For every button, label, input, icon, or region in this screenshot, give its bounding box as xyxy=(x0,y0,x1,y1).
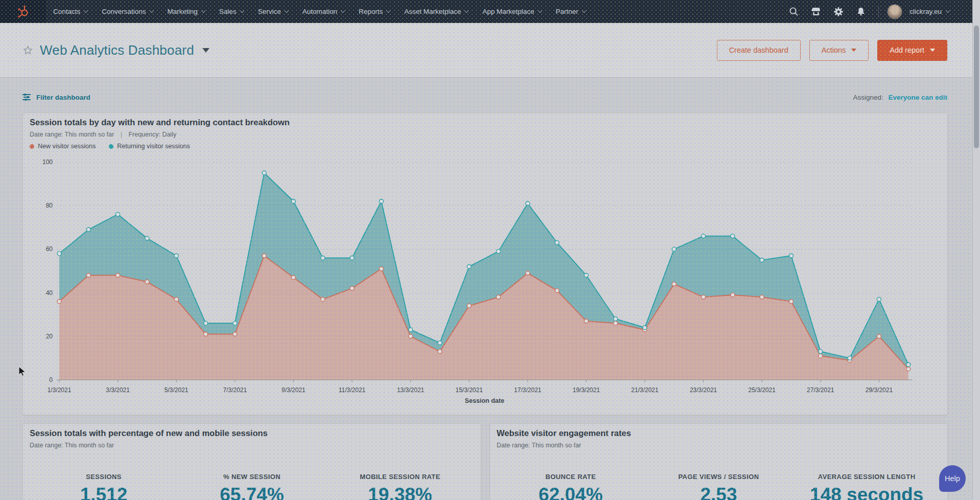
metric: AVERAGE SESSION LENGTH148 seconds xyxy=(792,473,941,500)
create-dashboard-label: Create dashboard xyxy=(729,46,788,54)
frequency-value: Daily xyxy=(162,131,176,138)
user-avatar[interactable] xyxy=(887,4,902,19)
chevron-down-icon xyxy=(538,8,542,12)
date-range-value: This month so far xyxy=(65,442,114,449)
assigned-label: Assigned: xyxy=(853,94,883,101)
add-report-button[interactable]: Add report xyxy=(877,40,947,61)
page-scrollbar[interactable] xyxy=(972,0,980,500)
nav-item-label: App Marketplace xyxy=(482,8,534,15)
actions-button[interactable]: Actions xyxy=(809,40,869,61)
chevron-down-icon xyxy=(201,8,205,12)
nav-item-label: Marketing xyxy=(168,8,198,15)
legend-item[interactable]: New visitor sessions xyxy=(30,143,96,150)
legend-item[interactable]: Returning visitor sessions xyxy=(109,143,190,150)
filter-dashboard-label: Filter dashboard xyxy=(36,94,90,101)
nav-item-sales[interactable]: Sales xyxy=(212,0,251,23)
header-actions: Create dashboard Actions Add report xyxy=(717,40,947,61)
nav-item-label: Sales xyxy=(219,8,237,15)
dashboard-toolbar: Filter dashboard Assigned: Everyone can … xyxy=(22,91,947,103)
nav-item-label: Automation xyxy=(302,8,337,15)
chevron-down-icon xyxy=(582,8,586,12)
metric-label: PAGE VIEWS / SESSION xyxy=(645,473,793,481)
svg-text:20: 20 xyxy=(46,333,53,340)
metric-label: SESSIONS xyxy=(30,473,178,481)
svg-text:100: 100 xyxy=(42,158,53,166)
metric-value: 19.38% xyxy=(326,484,474,500)
svg-text:Session date: Session date xyxy=(465,397,504,404)
frequency-label: Frequency: xyxy=(128,131,160,138)
session-totals-card: Session totals with percentage of new an… xyxy=(22,423,481,500)
nav-item-label: Contacts xyxy=(53,8,80,15)
svg-text:9/3/2021: 9/3/2021 xyxy=(282,387,306,394)
svg-text:7/3/2021: 7/3/2021 xyxy=(223,387,247,394)
card-title: Session totals with percentage of new an… xyxy=(30,428,474,438)
chevron-down-icon xyxy=(341,8,345,12)
marketplace-icon[interactable] xyxy=(807,3,825,21)
nav-item-label: Conversations xyxy=(102,8,146,15)
search-icon[interactable] xyxy=(784,3,803,21)
card-subtitle: Date range: This month so far xyxy=(497,442,941,449)
metric-value: 148 seconds xyxy=(792,484,941,500)
metric-value: 65.74% xyxy=(178,484,326,500)
nav-item-label: Reports xyxy=(359,8,383,15)
nav-right-tools: clickray.eu xyxy=(784,3,980,21)
date-range-label: Date range: xyxy=(30,442,63,449)
svg-text:21/3/2021: 21/3/2021 xyxy=(631,387,659,394)
date-range-value: This month so far xyxy=(65,131,114,138)
assigned-value-link[interactable]: Everyone can edit xyxy=(888,94,947,101)
svg-text:60: 60 xyxy=(46,245,53,253)
hubspot-logo[interactable] xyxy=(0,0,46,23)
dashboard-switcher-caret[interactable] xyxy=(202,48,209,53)
nav-item-service[interactable]: Service xyxy=(251,0,295,23)
nav-item-contacts[interactable]: Contacts xyxy=(46,0,95,23)
metric: BOUNCE RATE62.04% xyxy=(497,473,645,500)
metric: MOBILE SESSION RATE19.38% xyxy=(326,473,474,500)
svg-text:29/3/2021: 29/3/2021 xyxy=(866,387,893,394)
metrics-row: BOUNCE RATE62.04%PAGE VIEWS / SESSION2.5… xyxy=(497,473,941,500)
metric-label: % NEW SESSION xyxy=(178,473,326,481)
metric-label: MOBILE SESSION RATE xyxy=(326,473,474,481)
metric: SESSIONS1,512 xyxy=(30,473,178,500)
metric: PAGE VIEWS / SESSION2.53 xyxy=(645,473,793,500)
hubspot-sprocket-icon xyxy=(16,5,30,18)
notifications-icon[interactable] xyxy=(852,3,870,21)
scrollbar-thumb[interactable] xyxy=(974,26,979,148)
metrics-row: SESSIONS1,512% NEW SESSION65.74%MOBILE S… xyxy=(30,473,474,500)
nav-item-conversations[interactable]: Conversations xyxy=(95,0,160,23)
svg-text:5/3/2021: 5/3/2021 xyxy=(165,387,189,394)
svg-text:17/3/2021: 17/3/2021 xyxy=(514,387,542,394)
help-button[interactable]: Help xyxy=(939,465,966,492)
svg-text:40: 40 xyxy=(46,289,53,297)
create-dashboard-button[interactable]: Create dashboard xyxy=(717,40,801,61)
favorite-star-icon[interactable] xyxy=(22,45,33,56)
engagement-rates-card: Website visitor engagement rates Date ra… xyxy=(489,423,948,500)
nav-divider xyxy=(878,6,879,18)
chevron-down-icon xyxy=(464,8,469,12)
nav-item-label: Partner xyxy=(556,8,578,15)
account-menu[interactable]: clickray.eu xyxy=(909,8,949,15)
nav-item-partner[interactable]: Partner xyxy=(549,0,593,23)
legend-label: Returning visitor sessions xyxy=(117,143,190,150)
chevron-down-icon xyxy=(84,8,88,12)
nav-item-marketing[interactable]: Marketing xyxy=(160,0,212,23)
filter-sliders-icon xyxy=(22,94,31,101)
metric-value: 2.53 xyxy=(645,484,793,500)
caret-down-icon xyxy=(851,49,856,52)
nav-item-reports[interactable]: Reports xyxy=(352,0,397,23)
nav-item-asset-marketplace[interactable]: Asset Marketplace xyxy=(397,0,475,23)
nav-item-automation[interactable]: Automation xyxy=(295,0,352,23)
chevron-down-icon xyxy=(240,8,244,12)
svg-text:25/3/2021: 25/3/2021 xyxy=(749,387,776,394)
date-range-value: This month so far xyxy=(532,442,581,449)
assigned-info: Assigned: Everyone can edit xyxy=(853,94,947,101)
page-title: Web Analytics Dashboard xyxy=(40,42,194,58)
metric-label: AVERAGE SESSION LENGTH xyxy=(792,473,941,481)
nav-item-app-marketplace[interactable]: App Marketplace xyxy=(475,0,548,23)
chart-legend: New visitor sessionsReturning visitor se… xyxy=(30,143,941,150)
settings-icon[interactable] xyxy=(829,3,848,21)
svg-text:15/3/2021: 15/3/2021 xyxy=(456,387,483,394)
metric: % NEW SESSION65.74% xyxy=(178,473,326,500)
legend-dot-icon xyxy=(30,144,34,149)
legend-dot-icon xyxy=(109,144,113,149)
filter-dashboard-link[interactable]: Filter dashboard xyxy=(22,94,90,101)
